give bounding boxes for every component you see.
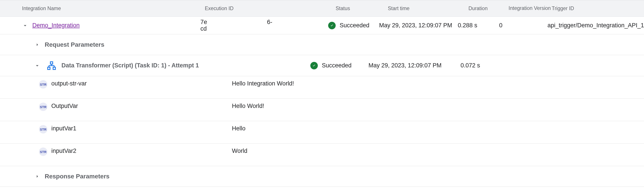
variable-value: Hello [232,125,246,132]
str-type-badge: STR [39,125,47,134]
str-type-badge: STR [39,102,47,111]
variable-row: STRinputVar1Hello [0,121,644,144]
task-duration: 0.072 s [460,62,480,69]
duration-text: 0.288 s [458,22,496,29]
str-type-badge: STR [39,148,47,156]
chevron-right-icon[interactable] [34,42,45,48]
chevron-down-icon[interactable] [34,62,45,69]
response-parameters-section[interactable]: Response Parameters [0,166,644,187]
start-time-text: May 29, 2023, 12:09:07 PM [379,22,458,29]
task-row[interactable]: Data Transformer (Script) (Task ID: 1) -… [0,55,644,76]
svg-rect-0 [50,62,53,64]
integration-name-link[interactable]: Demo_Integration [32,22,80,29]
task-status-text: Succeeded [322,62,352,69]
header-duration: Duration [468,6,508,12]
variable-name: OutputVar [51,102,232,110]
request-parameters-label: Request Parameters [45,41,104,48]
chevron-right-icon[interactable] [34,173,45,180]
variable-value: Hello Integration World! [232,80,294,87]
variable-value: Hello World! [232,102,264,110]
task-status-cell: Succeeded [310,62,368,69]
status-cell: Succeeded [328,22,379,29]
table-header: Integration Name Execution ID Status Sta… [0,0,644,17]
check-circle-icon [328,22,336,29]
header-status: Status [336,6,388,12]
str-type-badge: STR [39,80,47,88]
variable-row: STRoutput-str-varHello Integration World… [0,76,644,99]
svg-rect-1 [48,67,50,70]
data-transformer-icon [47,61,56,70]
response-parameters-label: Response Parameters [45,173,110,180]
integration-row[interactable]: Demo_Integration 7e6- cd Succeeded May 2… [0,17,644,34]
header-integration-version: Integration Version [508,5,552,12]
header-trigger-id: Trigger ID [552,6,644,12]
header-execution-id: Execution ID [205,6,336,12]
header-integration-name: Integration Name [22,6,205,12]
chevron-down-icon[interactable] [22,22,32,29]
variable-value: World [232,148,247,154]
check-circle-icon [310,62,318,69]
svg-rect-2 [53,67,56,70]
variable-name: inputVar2 [51,148,232,154]
variable-name: inputVar1 [51,125,232,132]
task-name-label: Data Transformer (Script) (Task ID: 1) -… [62,62,199,69]
trigger-id-text: api_trigger/Demo_Integration_API_1 [539,22,644,29]
variable-name: output-str-var [51,80,232,87]
header-start-time: Start time [388,6,468,12]
variable-row: STRinputVar2World [0,144,644,166]
execution-id-text: 7e6- cd [200,19,328,32]
status-text: Succeeded [340,22,369,29]
request-parameters-section[interactable]: Request Parameters [0,34,644,55]
variable-row: STROutputVarHello World! [0,99,644,121]
task-start-time: May 29, 2023, 12:09:07 PM [368,62,460,69]
version-text: 0 [496,22,539,29]
